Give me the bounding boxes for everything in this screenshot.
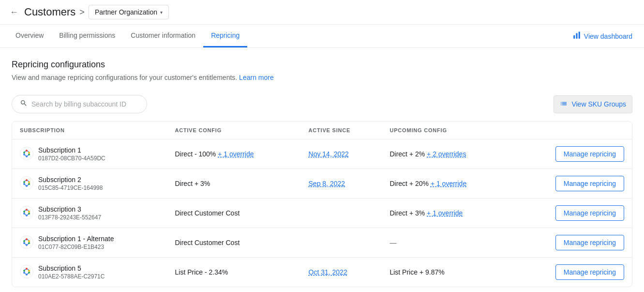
bar-chart-icon bbox=[572, 31, 581, 41]
active-since-cell bbox=[301, 199, 382, 228]
manage-repricing-button[interactable]: Manage repricing bbox=[555, 205, 624, 221]
action-cell: Manage repricing bbox=[512, 139, 632, 169]
action-cell: Manage repricing bbox=[512, 199, 632, 228]
active-config-cell: List Price - 2.34% bbox=[167, 258, 300, 287]
tab-billing-permissions[interactable]: Billing permissions bbox=[51, 25, 123, 47]
view-sku-groups-button[interactable]: View SKU Groups bbox=[554, 95, 632, 113]
active-since-cell bbox=[301, 228, 382, 258]
table-row: Subscription 1 0187D2-08CB70-4A59DC Dire… bbox=[12, 139, 632, 169]
active-config-override-link[interactable]: + 1 override bbox=[218, 150, 254, 158]
svg-point-33 bbox=[28, 270, 30, 272]
upcoming-config-override-link[interactable]: + 1 override bbox=[431, 180, 466, 187]
main-content: Repricing configurations View and manage… bbox=[0, 48, 644, 287]
svg-point-12 bbox=[28, 181, 30, 183]
svg-rect-1 bbox=[576, 33, 577, 39]
action-cell: Manage repricing bbox=[512, 169, 632, 199]
manage-repricing-button[interactable]: Manage repricing bbox=[555, 264, 624, 280]
subscription-cell: Subscription 1 0187D2-08CB70-4A59DC bbox=[12, 139, 167, 169]
tab-overview[interactable]: Overview bbox=[8, 25, 51, 47]
svg-point-15 bbox=[23, 183, 25, 185]
controls-row: View SKU Groups bbox=[12, 91, 632, 117]
back-button[interactable]: ← bbox=[8, 5, 20, 19]
col-actions bbox=[512, 122, 632, 139]
tab-customer-information[interactable]: Customer information bbox=[123, 25, 203, 47]
svg-point-4 bbox=[26, 150, 28, 152]
active-since-link[interactable]: Sep 8, 2022 bbox=[309, 180, 345, 187]
col-active-since: Active Since bbox=[301, 122, 382, 139]
svg-point-35 bbox=[26, 274, 28, 276]
svg-point-9 bbox=[23, 152, 25, 154]
svg-point-5 bbox=[28, 152, 30, 154]
svg-point-16 bbox=[23, 181, 25, 183]
svg-point-14 bbox=[26, 185, 28, 187]
upcoming-config-override-link[interactable]: + 1 override bbox=[427, 209, 463, 217]
svg-point-17 bbox=[20, 206, 33, 219]
upcoming-config-cell: Direct + 20% + 1 override bbox=[382, 169, 512, 199]
manage-repricing-button[interactable]: Manage repricing bbox=[555, 235, 624, 250]
section-title: Repricing configurations bbox=[12, 60, 632, 70]
upcoming-config-cell: List Price + 9.87% bbox=[382, 258, 512, 287]
page-title: Customers bbox=[24, 6, 75, 18]
col-active-config: Active Config bbox=[167, 122, 300, 139]
svg-point-21 bbox=[26, 215, 28, 216]
manage-repricing-button[interactable]: Manage repricing bbox=[555, 176, 624, 191]
table-row: Subscription 1 - Alternate 01C077-82C09B… bbox=[12, 228, 632, 258]
active-config-cell: Direct Customer Cost bbox=[167, 199, 300, 228]
list-icon bbox=[560, 100, 568, 109]
action-cell: Manage repricing bbox=[512, 258, 632, 287]
svg-rect-0 bbox=[573, 35, 575, 39]
svg-point-11 bbox=[26, 179, 28, 181]
learn-more-link[interactable]: Learn more bbox=[239, 74, 274, 81]
active-since-link[interactable]: Nov 14, 2022 bbox=[309, 150, 349, 158]
search-box bbox=[12, 95, 147, 113]
action-cell: Manage repricing bbox=[512, 228, 632, 258]
col-subscription: Subscription bbox=[12, 122, 167, 139]
svg-point-6 bbox=[28, 154, 30, 155]
tabs-bar: Overview Billing permissions Customer in… bbox=[0, 25, 644, 48]
view-dashboard-label: View dashboard bbox=[584, 32, 632, 40]
chevron-down-icon: ▾ bbox=[160, 10, 163, 15]
active-config-cell: Direct + 3% bbox=[167, 169, 300, 199]
tab-repricing[interactable]: Repricing bbox=[203, 25, 247, 47]
subscription-cell: Subscription 2 015C85-4719CE-164998 bbox=[12, 169, 167, 199]
gcp-icon bbox=[20, 147, 33, 162]
subscription-cell: Subscription 3 013F78-29243E-552647 bbox=[12, 199, 167, 228]
page-header: ← Customers > Partner Organization ▾ bbox=[0, 0, 644, 25]
svg-point-24 bbox=[20, 235, 33, 248]
svg-point-26 bbox=[28, 240, 30, 242]
svg-point-3 bbox=[20, 147, 33, 160]
svg-point-7 bbox=[26, 155, 28, 157]
svg-point-34 bbox=[28, 272, 30, 274]
org-name: Partner Organization bbox=[95, 8, 157, 16]
upcoming-config-cell: — bbox=[382, 228, 512, 258]
svg-point-19 bbox=[28, 211, 30, 213]
search-input[interactable] bbox=[31, 100, 139, 108]
svg-point-36 bbox=[23, 272, 25, 274]
org-selector-button[interactable]: Partner Organization ▾ bbox=[89, 5, 169, 19]
svg-point-22 bbox=[23, 213, 25, 215]
svg-point-8 bbox=[23, 154, 25, 155]
view-dashboard-button[interactable]: View dashboard bbox=[569, 28, 636, 44]
svg-point-31 bbox=[20, 265, 33, 278]
svg-rect-2 bbox=[579, 32, 580, 39]
active-since-link[interactable]: Oct 31, 2022 bbox=[309, 268, 347, 276]
svg-point-13 bbox=[28, 183, 30, 185]
active-since-cell: Sep 8, 2022 bbox=[301, 169, 382, 199]
breadcrumb-separator: > bbox=[79, 7, 85, 17]
manage-repricing-button[interactable]: Manage repricing bbox=[555, 146, 624, 162]
table-row: Subscription 3 013F78-29243E-552647 Dire… bbox=[12, 199, 632, 228]
upcoming-config-cell: Direct + 3% + 1 override bbox=[382, 199, 512, 228]
gcp-icon bbox=[20, 235, 33, 250]
active-config-cell: Direct - 100% + 1 override bbox=[167, 139, 300, 169]
active-since-cell: Oct 31, 2022 bbox=[301, 258, 382, 287]
svg-point-23 bbox=[23, 211, 25, 213]
gcp-icon bbox=[20, 176, 33, 191]
table-row: Subscription 2 015C85-4719CE-164998 Dire… bbox=[12, 169, 632, 199]
search-icon bbox=[20, 99, 28, 109]
svg-point-10 bbox=[20, 176, 33, 189]
upcoming-config-override-link[interactable]: + 2 overrides bbox=[427, 150, 466, 158]
col-upcoming-config: Upcoming Config bbox=[382, 122, 512, 139]
repricing-table: Subscription Active Config Active Since … bbox=[12, 121, 632, 287]
table-row: Subscription 5 010AE2-5788AE-C2971C List… bbox=[12, 258, 632, 287]
svg-point-20 bbox=[28, 213, 30, 215]
